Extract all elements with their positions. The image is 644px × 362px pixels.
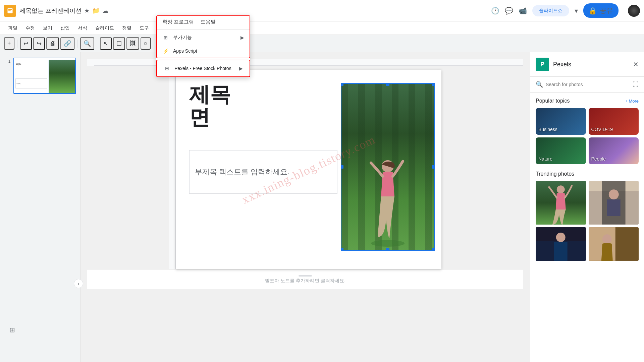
extensions-label: 확장 프로그램: [162, 19, 194, 25]
pexels-arrow: ▶: [239, 66, 243, 71]
trending-photo-2[interactable]: [589, 181, 639, 225]
notes-placeholder[interactable]: 발표자 노트를 추가하려면 클릭하세요.: [265, 278, 345, 284]
handle-ml[interactable]: [341, 165, 343, 169]
trending-photo-4[interactable]: [589, 227, 639, 261]
redo-button[interactable]: ↪: [33, 37, 45, 50]
app-logo: [4, 5, 16, 17]
search-icon: 🔍: [536, 81, 543, 88]
topic-business-label: Business: [538, 127, 557, 132]
menu-edit[interactable]: 수정: [21, 24, 39, 33]
trending-photo-3[interactable]: [536, 227, 586, 261]
pexels-submenu-icon: ⊞: [164, 65, 170, 72]
share-label: 공유: [600, 6, 613, 15]
folder-icon[interactable]: 📁: [92, 7, 100, 14]
shape-button[interactable]: ○: [141, 37, 151, 50]
trending-photo-1[interactable]: [536, 181, 586, 225]
slide-thumbnail-1[interactable]: 1 제목 부제목: [3, 56, 77, 95]
avatar[interactable]: [628, 5, 640, 17]
chevron-left-icon: ‹: [78, 281, 79, 286]
notes-bar[interactable]: 발표자 노트를 추가하려면 클릭하세요.: [87, 269, 523, 289]
editor-area: 제목면 부제목 텍스트를 입력하세요.: [80, 52, 530, 362]
pexels-header: P Pexels ✕: [530, 52, 644, 77]
trending-title: Trending photos: [536, 171, 639, 177]
topic-people[interactable]: People: [589, 137, 639, 164]
cursor-button[interactable]: ↖: [100, 37, 112, 50]
help-label: 도움말: [201, 19, 216, 25]
topic-nature[interactable]: Nature: [536, 137, 586, 164]
print-button[interactable]: 🖨: [46, 37, 59, 50]
handle-mr[interactable]: [432, 165, 435, 169]
notes-indicator: [299, 275, 312, 277]
menu-divider-1: [157, 29, 250, 29]
handle-bl[interactable]: [341, 248, 343, 251]
handle-bm[interactable]: [386, 248, 389, 251]
addons-menu-item[interactable]: ⊞ 부가기능 ▶: [157, 31, 250, 44]
slideshow-dropdown-arrow[interactable]: ▾: [575, 7, 578, 15]
comment-icon[interactable]: 💬: [505, 7, 513, 15]
svg-point-11: [608, 189, 619, 199]
collapse-panel-button[interactable]: ‹: [74, 279, 83, 288]
more-topics-button[interactable]: + More: [625, 99, 639, 104]
addons-label: 부가기능: [173, 35, 192, 41]
star-icon[interactable]: ★: [84, 7, 90, 14]
toolbar-divider-2: [77, 40, 77, 48]
handle-tl[interactable]: [341, 83, 343, 86]
slide-title[interactable]: 제목면: [189, 83, 337, 129]
toolbar: + ↩ ↪ 🖨 🔗 🔍 ↖ ☐ 🖼 ○: [0, 35, 644, 52]
video-icon[interactable]: 📹: [519, 7, 527, 15]
pexels-search-area[interactable]: 🔍 ⛶: [530, 77, 644, 93]
svg-point-15: [556, 233, 566, 242]
topic-covid-label: COVID-19: [591, 127, 613, 132]
slide-number: 1: [4, 58, 11, 64]
popular-topics-title: Popular topics: [536, 98, 570, 104]
pexels-submenu-item[interactable]: ⊞ Pexels - Free Stock Photos ▶: [158, 62, 248, 75]
history-icon[interactable]: 🕐: [491, 7, 499, 15]
svg-point-7: [557, 185, 565, 193]
menu-file[interactable]: 파일: [4, 24, 21, 33]
header-actions: 🕐 💬 📹 슬라이드쇼 ▾ 🔒 공유: [491, 3, 640, 18]
handle-tm[interactable]: [386, 83, 389, 86]
image-button[interactable]: 🖼: [126, 37, 139, 50]
slide-panel: 1 제목 부제목: [0, 52, 80, 362]
pexels-close-button[interactable]: ✕: [633, 60, 639, 68]
menu-slide[interactable]: 슬라이드: [91, 24, 118, 33]
cloud-icon[interactable]: ☁: [102, 7, 108, 14]
search-input[interactable]: [546, 82, 630, 87]
topic-nature-label: Nature: [538, 156, 552, 162]
menu-format[interactable]: 서식: [74, 24, 91, 33]
expand-icon[interactable]: ⛶: [633, 81, 639, 88]
handle-tr[interactable]: [432, 83, 435, 86]
menu-view[interactable]: 보기: [39, 24, 56, 33]
add-button[interactable]: +: [4, 37, 14, 50]
trending-grid: [536, 181, 639, 261]
doc-title[interactable]: 제목없는 프레젠테이션: [19, 7, 82, 15]
menu-arrange[interactable]: 정렬: [118, 24, 136, 33]
slide-preview[interactable]: 제목 부제목: [13, 58, 76, 94]
topic-covid[interactable]: COVID-19: [589, 108, 639, 135]
slide-image[interactable]: [341, 83, 435, 251]
addons-arrow: ▶: [240, 35, 244, 40]
popular-topics-header: Popular topics + More: [536, 98, 639, 104]
svg-point-19: [602, 234, 611, 244]
pexels-sidebar: P Pexels ✕ 🔍 ⛶ Popular topics + More Bus…: [530, 52, 644, 362]
extensions-menu-header: 확장 프로그램 도움말: [157, 16, 250, 28]
slide-subtitle-box[interactable]: 부제목 텍스트를 입력하세요.: [189, 150, 337, 194]
handle-br[interactable]: [432, 248, 435, 251]
slide-subtitle[interactable]: 부제목 텍스트를 입력하세요.: [195, 167, 289, 177]
zoom-button[interactable]: 🔍: [80, 37, 94, 50]
format-button[interactable]: 🔗: [60, 37, 74, 50]
share-button[interactable]: 🔒 공유: [583, 3, 619, 18]
slideshow-button[interactable]: 슬라이드쇼: [532, 5, 569, 16]
undo-button[interactable]: ↩: [20, 37, 32, 50]
pexels-body: Popular topics + More Business COVID-19 …: [530, 93, 644, 362]
grid-view-button[interactable]: ⊞: [7, 324, 17, 335]
apps-script-label: Apps Script: [173, 48, 197, 54]
apps-script-menu-item[interactable]: ⚡ Apps Script: [157, 44, 250, 58]
topic-business[interactable]: Business: [536, 108, 586, 135]
menu-insert[interactable]: 삽입: [56, 24, 74, 33]
pexels-title: Pexels: [553, 61, 633, 68]
menu-tools[interactable]: 도구: [136, 24, 153, 33]
svg-rect-1: [8, 9, 12, 10]
ruler: [87, 59, 523, 66]
frame-button[interactable]: ☐: [113, 37, 125, 50]
